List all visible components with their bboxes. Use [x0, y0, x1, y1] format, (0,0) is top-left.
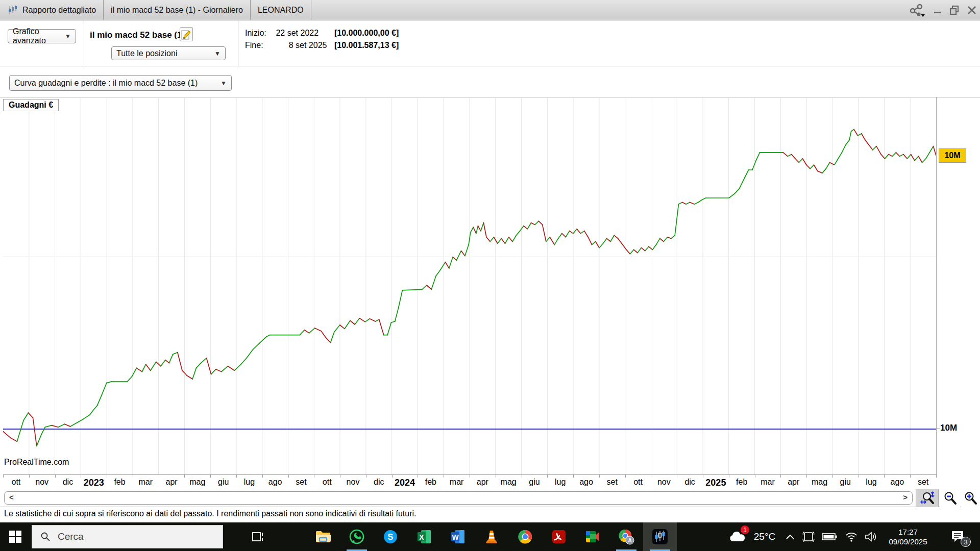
close-icon[interactable] — [967, 5, 977, 15]
chart-type-select[interactable]: Grafico avanzato ▼ — [8, 29, 76, 43]
horizontal-scrollbar[interactable]: < > — [4, 491, 913, 505]
x-axis-tick — [651, 475, 651, 478]
x-axis-label: lug — [555, 478, 566, 487]
clock-time: 17:27 — [898, 527, 918, 537]
strategy-name: il mio macd 52 base (1) — [90, 30, 185, 40]
chrome-profile-icon: A — [618, 529, 634, 545]
zoom-in-button[interactable] — [961, 489, 980, 507]
edit-strategy-button[interactable] — [180, 27, 193, 41]
network-button[interactable] — [842, 522, 861, 551]
x-axis-tick — [832, 475, 833, 478]
action-center-button[interactable]: 3 — [943, 522, 973, 551]
end-date: 8 set 2025 — [276, 41, 332, 50]
skype-icon: S — [383, 529, 398, 544]
zoom-out-button[interactable] — [940, 489, 960, 507]
start-button[interactable] — [0, 522, 31, 551]
x-axis-label: 2024 — [395, 478, 415, 488]
vlc-icon — [484, 529, 499, 544]
x-axis-label: ago — [890, 478, 904, 487]
x-axis-tick — [55, 475, 56, 478]
clock[interactable]: 17:27 09/09/2025 — [880, 522, 936, 551]
x-axis-tick — [573, 475, 574, 478]
clock-date: 09/09/2025 — [889, 537, 927, 546]
x-axis-label: lug — [244, 478, 255, 487]
positions-filter-select[interactable]: Tutte le posizioni ▼ — [111, 46, 226, 60]
taskbar: Cerca — [0, 522, 980, 551]
taskbar-item-chrome[interactable] — [508, 522, 542, 551]
share-icon[interactable] — [909, 4, 926, 17]
temperature-indicator[interactable]: 25°C — [750, 522, 779, 551]
volume-button[interactable] — [862, 522, 880, 551]
taskbar-item-skype[interactable]: S — [374, 522, 407, 551]
weather-cloud-button[interactable]: 1 — [725, 522, 750, 551]
x-axis-label: apr — [477, 478, 488, 487]
x-axis-tick — [184, 475, 185, 478]
baseline-label: 10M — [940, 423, 957, 433]
x-axis-label: lug — [866, 478, 876, 487]
taskbar-item-excel[interactable]: X — [407, 522, 441, 551]
baseline-tick — [936, 429, 940, 429]
tray-overflow-button[interactable] — [782, 522, 798, 551]
x-axis-tick — [884, 475, 885, 478]
chevron-down-icon: ▼ — [214, 50, 220, 57]
minimize-icon[interactable] — [933, 6, 942, 15]
end-label: Fine: — [245, 41, 274, 50]
tab-instrument[interactable]: LEONARDO — [251, 0, 311, 20]
x-axis-label: set — [296, 478, 306, 487]
x-axis-tick — [599, 475, 600, 478]
connect-display-button[interactable] — [799, 522, 818, 551]
x-axis-label: dic — [63, 478, 73, 487]
svg-text:S: S — [387, 532, 393, 542]
chevron-up-icon — [786, 534, 795, 540]
tab-report[interactable]: Rapporto dettagliato — [0, 0, 104, 20]
tab-strategy[interactable]: il mio macd 52 base (1) - Giornaliero — [104, 0, 251, 20]
x-axis-tick — [418, 475, 418, 478]
x-axis-label: giu — [840, 478, 851, 487]
restore-icon[interactable] — [949, 5, 960, 15]
x-axis-tick — [392, 475, 393, 478]
x-axis-label: mar — [138, 478, 153, 487]
taskbar-item-vlc[interactable] — [475, 522, 508, 551]
taskbar-search-input[interactable]: Cerca — [32, 525, 223, 548]
free-zoom-button[interactable] — [916, 489, 939, 507]
taskbar-item-chrome-profile[interactable]: A — [609, 522, 643, 551]
x-axis-label: giu — [529, 478, 540, 487]
x-axis-tick — [29, 475, 30, 478]
y-axis-title: Guadagni € — [3, 99, 59, 111]
taskbar-item-whatsapp[interactable] — [340, 522, 374, 551]
magnifier-move-icon — [920, 491, 935, 506]
window-controls — [909, 0, 977, 20]
taskbar-item-file-explorer[interactable] — [306, 522, 340, 551]
svg-text:A: A — [628, 538, 631, 543]
x-axis-tick — [625, 475, 626, 478]
battery-icon — [822, 533, 837, 541]
windows-logo-icon — [9, 530, 22, 543]
positions-filter-value: Tutte le posizioni — [116, 49, 177, 58]
taskbar-item-acrobat[interactable] — [542, 522, 576, 551]
divider — [84, 21, 84, 66]
disclaimer-text: Le statistiche di cui sopra si riferisco… — [0, 507, 980, 522]
x-axis-tick — [677, 475, 677, 478]
x-axis-label: dic — [374, 478, 384, 487]
task-view-button[interactable] — [242, 522, 273, 551]
price-axis-separator — [936, 97, 937, 475]
file-explorer-icon — [315, 530, 331, 543]
x-axis-label: feb — [736, 478, 747, 487]
equity-chart: Guadagni € ProRealTime.com 10M 10M — [0, 97, 980, 474]
equity-curve-plot — [3, 97, 937, 475]
svg-text:X: X — [419, 533, 424, 541]
taskbar-item-word[interactable]: W — [441, 522, 475, 551]
scroll-right-arrow[interactable]: > — [903, 493, 908, 502]
x-axis-label: nov — [657, 478, 671, 487]
taskbar-item-prorealtime[interactable] — [643, 522, 677, 551]
x-axis-label: nov — [35, 478, 48, 487]
x-axis-label: 2023 — [84, 478, 104, 488]
curve-type-value: Curva guadagni e perdite : il mio macd 5… — [14, 79, 198, 88]
scroll-left-arrow[interactable]: < — [9, 493, 14, 502]
battery-button[interactable] — [819, 522, 840, 551]
taskbar-item-meet[interactable] — [576, 522, 609, 551]
x-axis-tick — [262, 475, 263, 478]
x-axis-label: ott — [633, 478, 643, 487]
chart-scroll-row: < > — [0, 489, 980, 507]
curve-type-select[interactable]: Curva guadagni e perdite : il mio macd 5… — [9, 75, 232, 91]
